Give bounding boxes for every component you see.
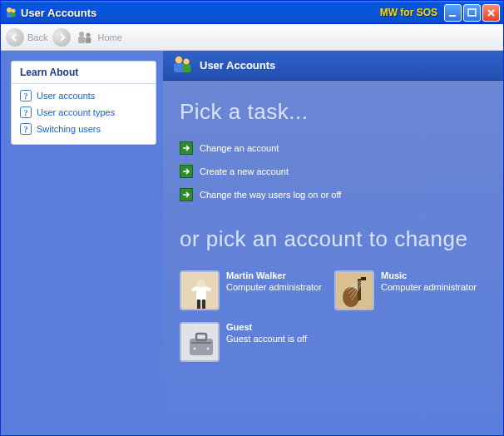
account-name: Guest [226,322,307,334]
svg-point-16 [175,57,182,63]
task-create-account[interactable]: Create a new account [180,160,487,183]
arrow-icon [180,141,193,155]
svg-rect-3 [12,13,16,17]
svg-point-0 [7,7,12,12]
task-change-account[interactable]: Change an account [180,136,487,160]
help-item-label: Switching users [37,124,101,134]
back-icon [6,28,24,47]
home-label: Home [97,32,121,42]
task-list: Change an account Create a new account C… [180,136,487,206]
account-name: Martin Walker [226,270,322,282]
svg-rect-30 [361,277,366,280]
sidebar: Learn About ? User accounts ? User accou… [1,51,163,435]
pick-account-heading: or pick an account to change [180,226,487,252]
panel-body: ? User accounts ? User account types ? S… [12,84,156,144]
svg-point-39 [194,348,196,350]
help-item-label: User account types [37,107,115,117]
svg-rect-1 [7,12,12,17]
help-icon: ? [20,90,32,102]
titlebar: User Accounts MW for SOS [1,1,503,24]
svg-point-18 [183,58,189,64]
task-label: Change an account [200,143,279,153]
account-role: Computer administrator [226,282,322,294]
svg-text:?: ? [24,108,28,117]
arrow-icon [180,165,193,178]
learn-about-panel: Learn About ? User accounts ? User accou… [11,61,156,145]
maximize-button[interactable] [463,4,481,22]
help-item-switching-users[interactable]: ? Switching users [17,121,151,137]
panel-title: Learn About [12,62,156,84]
user-accounts-icon [4,6,17,19]
svg-rect-19 [183,65,191,73]
avatar [334,270,374,310]
account-list: Martin Walker Computer administrator Mus… [180,264,487,362]
help-icon: ? [20,107,32,118]
close-button[interactable] [482,4,500,22]
svg-rect-26 [202,300,205,310]
toolbar: Back Home [1,24,503,51]
people-icon [76,30,94,45]
account-name: Music [381,270,477,282]
help-item-account-types[interactable]: ? User account types [17,104,151,121]
account-martin-walker[interactable]: Martin Walker Computer administrator [180,270,323,310]
svg-rect-7 [78,37,85,43]
svg-rect-4 [449,15,456,17]
account-music[interactable]: Music Computer administrator [334,270,477,310]
minimize-button[interactable] [444,4,462,22]
svg-text:?: ? [24,92,28,101]
window-title: User Accounts [21,7,96,19]
svg-point-28 [343,287,359,307]
content: Learn About ? User accounts ? User accou… [1,51,503,435]
svg-rect-38 [191,342,211,344]
titlebar-tag: MW for SOS [380,7,437,18]
forward-icon [52,28,71,47]
svg-point-6 [79,32,84,37]
account-info: Martin Walker Computer administrator [226,270,322,310]
back-label: Back [27,32,47,42]
main-header-title: User Accounts [200,59,275,72]
account-role: Computer administrator [381,282,477,294]
svg-point-21 [197,280,205,288]
svg-text:?: ? [24,125,28,134]
svg-rect-5 [468,9,476,16]
back-button[interactable]: Back [6,28,47,47]
window: User Accounts MW for SOS Back [0,0,504,436]
svg-point-40 [207,348,210,350]
help-item-user-accounts[interactable]: ? User accounts [17,87,151,104]
pick-task-heading: Pick a task... [180,99,487,125]
arrow-icon [180,188,193,201]
task-label: Create a new account [200,166,289,176]
svg-point-8 [86,32,91,37]
account-info: Guest Guest account is off [226,322,307,362]
account-info: Music Computer administrator [381,270,477,310]
help-icon: ? [20,123,32,135]
forward-button[interactable] [52,28,71,47]
avatar [180,322,220,362]
home-button[interactable]: Home [76,30,121,45]
svg-point-2 [12,9,16,13]
account-role: Guest account is off [226,334,307,345]
svg-rect-17 [174,63,184,72]
task-change-logon[interactable]: Change the way users log on or off [180,183,487,206]
svg-rect-25 [197,300,200,310]
main-header: User Accounts [163,51,503,81]
help-item-label: User accounts [37,91,95,101]
svg-rect-9 [86,37,91,43]
users-icon [171,54,193,77]
main-body: Pick a task... Change an account Create … [163,81,503,435]
task-label: Change the way users log on or off [200,190,341,200]
account-guest[interactable]: Guest Guest account is off [180,322,323,362]
avatar [180,270,220,310]
main: User Accounts Pick a task... Change an a… [163,51,503,435]
